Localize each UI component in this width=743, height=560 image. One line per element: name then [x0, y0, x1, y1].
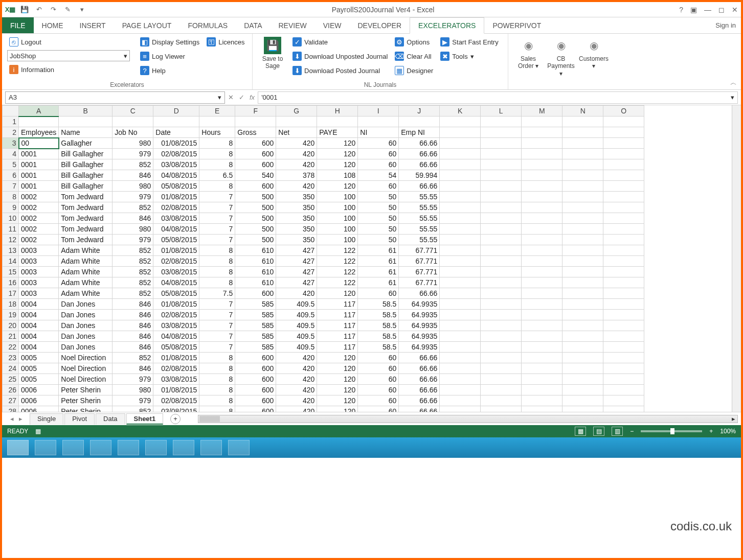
cell[interactable]: Bill Gallagher — [59, 159, 112, 170]
cell[interactable]: 610 — [235, 245, 276, 256]
cell[interactable] — [440, 192, 481, 202]
cell[interactable]: Adam White — [59, 256, 112, 267]
cell[interactable]: 02/08/2015 — [153, 363, 199, 374]
cell[interactable]: 8 — [199, 277, 235, 288]
cell[interactable] — [603, 127, 644, 138]
qat-customize-icon[interactable]: ▾ — [77, 5, 87, 15]
row-header[interactable]: 7 — [3, 181, 19, 192]
cell[interactable] — [562, 277, 603, 288]
row-header[interactable]: 2 — [3, 127, 19, 138]
cell[interactable]: 60 — [358, 181, 399, 192]
cell[interactable]: 50 — [358, 235, 399, 245]
cell[interactable]: 100 — [317, 213, 358, 224]
cell[interactable]: 8 — [199, 363, 235, 374]
cell[interactable]: Employees — [19, 127, 59, 138]
taskbar-item[interactable] — [90, 440, 111, 455]
cell[interactable]: Gross — [235, 127, 276, 138]
cell[interactable]: Date — [153, 127, 199, 138]
cell[interactable]: 8 — [199, 245, 235, 256]
cell[interactable]: 852 — [112, 256, 153, 267]
column-header-H[interactable]: H — [317, 106, 358, 116]
cell[interactable] — [562, 267, 603, 277]
cell[interactable] — [562, 299, 603, 310]
cell[interactable] — [481, 192, 522, 202]
cell[interactable] — [440, 277, 481, 288]
cell[interactable] — [440, 181, 481, 192]
log-viewer-button[interactable]: ≡Log Viewer — [138, 50, 201, 62]
cell[interactable]: Gallagher — [59, 138, 112, 149]
cell[interactable] — [440, 310, 481, 320]
cell[interactable]: 55.55 — [399, 235, 440, 245]
cell[interactable]: 55.55 — [399, 192, 440, 202]
cell[interactable]: 846 — [112, 299, 153, 310]
column-header-M[interactable]: M — [522, 106, 562, 116]
cell[interactable]: 02/08/2015 — [153, 310, 199, 320]
cell[interactable]: 7 — [199, 235, 235, 245]
cell[interactable]: 852 — [112, 202, 153, 213]
cell[interactable] — [603, 374, 644, 385]
cell[interactable]: 980 — [112, 385, 153, 395]
cell[interactable]: 66.66 — [399, 288, 440, 299]
tab-developer[interactable]: DEVELOPER — [349, 17, 410, 33]
row-header[interactable]: 5 — [3, 159, 19, 170]
cell[interactable] — [522, 395, 562, 406]
cell[interactable]: 67.771 — [399, 277, 440, 288]
cell[interactable]: 120 — [317, 159, 358, 170]
cell[interactable]: 02/08/2015 — [153, 395, 199, 406]
tab-file[interactable]: FILE — [2, 17, 34, 33]
cell[interactable]: 66.66 — [399, 138, 440, 149]
cell[interactable]: Adam White — [59, 245, 112, 256]
cell[interactable] — [481, 170, 522, 181]
cell[interactable] — [59, 116, 112, 127]
cell[interactable]: 610 — [235, 256, 276, 267]
cell[interactable] — [562, 395, 603, 406]
cell[interactable]: 852 — [112, 288, 153, 299]
cell[interactable]: 420 — [276, 288, 317, 299]
cell[interactable]: 7 — [199, 342, 235, 353]
cell[interactable]: 02/08/2015 — [153, 202, 199, 213]
cell[interactable] — [440, 116, 481, 127]
download-posted-button[interactable]: ⬇Download Posted Journal — [290, 64, 390, 77]
cell[interactable] — [522, 363, 562, 374]
cell[interactable]: 100 — [317, 192, 358, 202]
cell[interactable]: 117 — [317, 310, 358, 320]
cell[interactable] — [153, 116, 199, 127]
cb-payments-button[interactable]: ◉ CB Payments ▾ — [546, 36, 576, 80]
cell[interactable] — [481, 235, 522, 245]
cell[interactable]: 0005 — [19, 363, 59, 374]
cell[interactable]: 50 — [358, 213, 399, 224]
cell[interactable] — [603, 363, 644, 374]
cell[interactable] — [603, 342, 644, 353]
cell[interactable]: 600 — [235, 363, 276, 374]
cell[interactable]: 66.66 — [399, 181, 440, 192]
cell[interactable] — [562, 170, 603, 181]
cell[interactable] — [481, 116, 522, 127]
cell[interactable]: 0006 — [19, 406, 59, 412]
select-all-cell[interactable] — [3, 106, 19, 116]
validate-button[interactable]: ✓Validate — [290, 36, 390, 48]
cell[interactable]: 420 — [276, 395, 317, 406]
cell[interactable]: 420 — [276, 353, 317, 363]
cell[interactable]: 846 — [112, 331, 153, 342]
cell[interactable]: 02/08/2015 — [153, 256, 199, 267]
cell[interactable]: 409.5 — [276, 310, 317, 320]
cell[interactable] — [440, 170, 481, 181]
cell[interactable] — [358, 116, 399, 127]
column-header-F[interactable]: F — [235, 106, 276, 116]
cell[interactable] — [440, 363, 481, 374]
cell[interactable]: 64.9935 — [399, 342, 440, 353]
column-header-A[interactable]: A — [19, 106, 59, 116]
view-normal-icon[interactable]: ▦ — [575, 427, 586, 436]
cell[interactable] — [481, 213, 522, 224]
cell[interactable]: 979 — [112, 374, 153, 385]
cell[interactable]: 600 — [235, 395, 276, 406]
cell[interactable]: 58.5 — [358, 331, 399, 342]
cell[interactable]: Bill Gallagher — [59, 149, 112, 159]
cell[interactable]: 54 — [358, 170, 399, 181]
qat-redo-icon[interactable]: ↷ — [48, 5, 58, 15]
row-header[interactable]: 17 — [3, 288, 19, 299]
cell[interactable] — [522, 385, 562, 395]
cell[interactable]: 980 — [112, 181, 153, 192]
cell[interactable]: 67.771 — [399, 256, 440, 267]
cell[interactable]: Noel Direction — [59, 363, 112, 374]
